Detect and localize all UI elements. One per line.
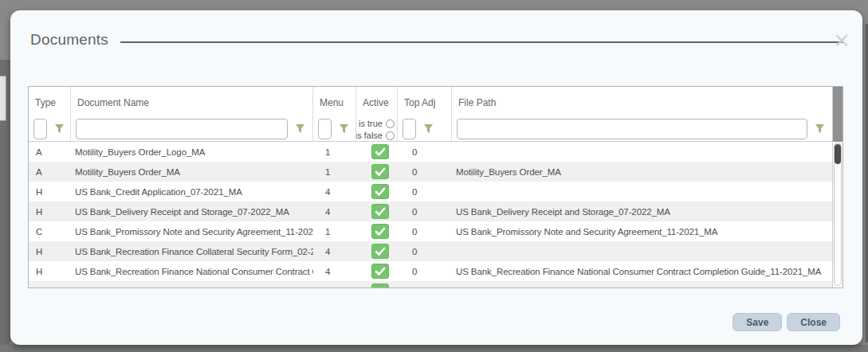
cell-active [356,224,398,239]
modal-title: Documents [30,31,108,49]
checkmark-icon [375,267,386,276]
cell-document-name: US Bank_Recreation Finance Collateral Se… [71,247,313,256]
cell-type: H [29,287,71,289]
table-row[interactable]: H US Bank_Recreation Finance Used Affida… [29,281,832,288]
table-row[interactable]: H US Bank_Credit Application_07-2021_MA … [29,182,832,201]
cell-top-adj: 0 [398,227,452,237]
checkmark-icon [375,207,386,217]
header-filter-row: is true is false [29,115,832,142]
scrollbar-thumb[interactable] [835,144,841,164]
vertical-scrollbar[interactable] [832,87,842,287]
cell-active [356,264,398,279]
cell-menu: 1 [313,227,356,237]
save-button[interactable]: Save [732,313,782,331]
active-checkbox[interactable] [371,164,389,179]
active-checkbox[interactable] [371,144,389,159]
cell-type: C [29,227,71,237]
filter-cell-top-adj [398,115,452,142]
cell-type: H [29,267,71,276]
is-true-label: is true [359,118,383,130]
cell-active [356,204,398,219]
cell-active [356,244,398,259]
cell-top-adj: 0 [398,267,452,276]
backdrop-overlay-bottom [0,345,868,352]
cell-active [356,164,398,179]
filter-cell-type [29,115,71,142]
cell-menu: 1 [313,167,356,177]
is-true-radio[interactable] [386,119,395,128]
cell-top-adj: 0 [398,287,452,289]
active-checkbox[interactable] [371,224,389,239]
column-header-file-path[interactable]: File Path [452,87,832,115]
table-row[interactable]: H US Bank_Delivery Receipt and Storage_0… [29,201,832,221]
filter-cell-document-name [71,115,313,142]
top-adj-filter-input[interactable] [403,119,416,139]
cell-top-adj: 0 [398,247,452,256]
table-row[interactable]: H US Bank_Recreation Finance National Co… [29,261,832,281]
checkmark-icon [375,247,386,256]
cell-menu: 4 [313,187,356,197]
title-divider [120,41,843,43]
scrollbar-track[interactable] [834,143,842,286]
active-checkbox[interactable] [371,204,389,219]
filter-funnel-icon[interactable] [815,123,825,134]
scrollbar-header-cap [833,87,842,142]
cell-document-name: US Bank_Credit Application_07-2021_MA [71,187,313,197]
close-icon[interactable]: ✕ [831,29,853,52]
active-checkbox[interactable] [371,264,389,279]
table-row[interactable]: A Motility_Buyers Order_MA 1 0 Motility_… [29,162,832,182]
close-button[interactable]: Close [787,313,840,331]
table-row[interactable]: A Motility_Buyers Order_Logo_MA 1 0 [29,142,832,162]
active-checkbox[interactable] [371,184,389,199]
file-path-filter-input[interactable] [457,119,807,139]
cell-active [356,184,398,199]
column-header-active[interactable]: Active [356,87,398,115]
cell-menu: 4 [313,207,356,217]
checkmark-icon [375,187,386,197]
table-row[interactable]: C US Bank_Promissory Note and Security A… [29,221,832,241]
is-false-radio[interactable] [386,131,395,140]
cell-file-path: US Bank_Promissory Note and Security Agr… [452,227,832,237]
cell-top-adj: 0 [398,167,452,177]
cell-top-adj: 0 [398,187,452,197]
active-filter-is-true[interactable]: is true [361,118,395,130]
active-filter: is true is false [356,116,397,142]
cell-document-name: US Bank_Delivery Receipt and Storage_07-… [71,207,313,217]
document-name-filter-input[interactable] [76,119,288,139]
modal-footer: Save Close [732,313,840,331]
cell-type: H [29,207,71,217]
table-body: A Motility_Buyers Order_Logo_MA 1 0 A Mo… [29,142,832,288]
column-header-type[interactable]: Type [29,87,71,115]
cell-document-name: Motility_Buyers Order_MA [71,167,313,177]
column-header-document-name[interactable]: Document Name [71,87,313,115]
cell-type: H [29,187,71,197]
documents-modal: Documents ✕ Type Document Name Menu Acti… [10,10,862,345]
underlying-page-fragment [0,76,6,121]
filter-funnel-icon[interactable] [295,123,305,134]
modal-titlebar: Documents [10,10,862,49]
cell-menu: 1 [313,147,356,157]
menu-filter-input[interactable] [318,119,332,139]
active-filter-is-false[interactable]: is false [361,130,395,142]
cell-top-adj: 0 [398,207,452,217]
header-label-row: Type Document Name Menu Active Top Adj F… [29,87,832,115]
filter-cell-active: is true is false [356,115,398,142]
type-filter-input[interactable] [33,119,47,139]
cell-menu: 4 [313,247,356,256]
cell-type: H [29,247,71,256]
documents-table: Type Document Name Menu Active Top Adj F… [28,86,843,288]
cell-file-path: Motility_Buyers Order_MA [452,167,832,177]
table-row[interactable]: H US Bank_Recreation Finance Collateral … [29,241,832,261]
active-checkbox[interactable] [371,244,389,259]
filter-funnel-icon[interactable] [339,123,349,134]
active-checkbox[interactable] [371,284,389,288]
filter-funnel-icon[interactable] [54,123,65,134]
checkmark-icon [375,147,386,157]
filter-funnel-icon[interactable] [423,123,434,134]
cell-top-adj: 0 [398,147,452,157]
cell-menu: 4 [313,287,356,289]
column-header-menu[interactable]: Menu [313,87,356,115]
cell-type: A [29,147,71,157]
is-false-label: is false [356,130,383,142]
column-header-top-adj[interactable]: Top Adj [398,87,452,115]
